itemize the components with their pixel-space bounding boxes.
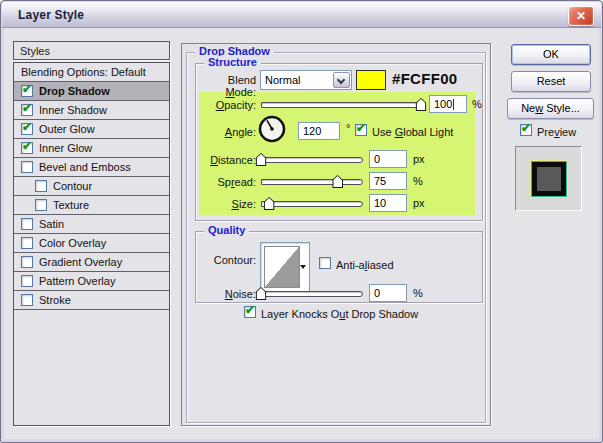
style-item-inner-shadow[interactable]: ✔Inner Shadow <box>14 101 169 120</box>
check-icon: ✔ <box>245 303 255 317</box>
opacity-label: Opacity: <box>196 99 256 111</box>
new-style-button[interactable]: New Style... <box>507 98 594 119</box>
size-slider-thumb[interactable] <box>264 197 275 210</box>
style-item-bevel-and-emboss[interactable]: Bevel and Emboss <box>14 158 169 177</box>
style-item-inner-glow[interactable]: ✔Inner Glow <box>14 139 169 158</box>
style-item-texture[interactable]: Texture <box>14 196 169 215</box>
style-item-contour[interactable]: Contour <box>14 177 169 196</box>
style-item-label: Color Overlay <box>39 237 106 249</box>
styles-header: Styles <box>13 41 170 60</box>
styles-list: Blending Options: Default✔Drop Shadow✔In… <box>13 62 170 426</box>
style-item-checkbox[interactable] <box>21 294 33 306</box>
spread-input[interactable]: 75 <box>369 172 407 190</box>
size-slider[interactable] <box>261 197 363 210</box>
anti-aliased-checkbox[interactable] <box>319 257 331 269</box>
layer-knockout-label: Layer Knocks Out Drop Shadow <box>261 308 418 320</box>
style-item-label: Blending Options: Default <box>21 66 146 78</box>
style-item-label: Texture <box>53 199 89 211</box>
opacity-unit: % <box>472 98 482 110</box>
anti-aliased-label: Anti-aliased <box>336 259 394 271</box>
spread-slider-track[interactable] <box>261 179 363 185</box>
close-icon: ✕ <box>576 9 586 23</box>
use-global-light-checkbox[interactable]: ✔ <box>355 124 367 136</box>
style-item-checkbox[interactable] <box>21 161 33 173</box>
distance-unit: px <box>413 153 425 165</box>
contour-arrow-icon[interactable] <box>300 265 306 269</box>
style-item-label: Contour <box>53 180 92 192</box>
style-item-checkbox[interactable] <box>35 180 47 192</box>
check-icon: ✔ <box>22 120 32 134</box>
style-item-checkbox[interactable] <box>35 199 47 211</box>
distance-input[interactable]: 0 <box>369 150 407 168</box>
angle-dial[interactable] <box>257 114 287 144</box>
color-swatch[interactable] <box>356 70 386 90</box>
noise-slider[interactable] <box>261 287 363 300</box>
noise-unit: % <box>413 287 423 299</box>
check-icon: ✔ <box>22 139 32 153</box>
check-icon: ✔ <box>22 82 32 96</box>
style-item-checkbox[interactable] <box>21 256 33 268</box>
style-item-label: Gradient Overlay <box>39 256 122 268</box>
quality-group: Quality Contour: Anti-aliased Noise: <box>195 231 483 303</box>
style-item-checkbox[interactable] <box>21 237 33 249</box>
spread-slider[interactable] <box>261 175 363 188</box>
contour-picker[interactable] <box>260 242 310 292</box>
main-panel: Drop Shadow Structure Blend Mode: Normal… <box>181 43 491 426</box>
style-item-label: Inner Glow <box>39 142 92 154</box>
style-item-checkbox[interactable] <box>21 218 33 230</box>
preview-style-swatch <box>532 162 566 196</box>
style-item-blending-options-default[interactable]: Blending Options: Default <box>14 63 169 82</box>
spread-slider-thumb[interactable] <box>332 175 343 188</box>
style-item-label: Outer Glow <box>39 123 95 135</box>
spread-unit: % <box>413 175 423 187</box>
style-item-checkbox[interactable]: ✔ <box>21 85 33 97</box>
noise-slider-track[interactable] <box>261 291 363 297</box>
check-icon: ✔ <box>22 101 32 115</box>
opacity-slider[interactable] <box>261 98 421 111</box>
dialog-title: Layer Style <box>18 8 84 22</box>
distance-slider-track[interactable] <box>261 157 363 163</box>
close-button[interactable]: ✕ <box>568 6 594 26</box>
style-item-pattern-overlay[interactable]: Pattern Overlay <box>14 272 169 291</box>
use-global-light-label: Use Global Light <box>372 126 453 138</box>
style-item-label: Stroke <box>39 294 71 306</box>
size-input[interactable]: 10 <box>369 194 407 212</box>
spread-label: Spread: <box>196 176 256 188</box>
style-item-label: Drop Shadow <box>39 85 110 97</box>
preview-thumbnail <box>515 146 582 211</box>
style-item-color-overlay[interactable]: Color Overlay <box>14 234 169 253</box>
structure-group: Structure Blend Mode: Normal #FCFF00 Opa… <box>195 63 483 221</box>
style-item-stroke[interactable]: Stroke <box>14 291 169 310</box>
contour-thumbnail <box>264 246 300 288</box>
noise-slider-thumb[interactable] <box>256 287 267 300</box>
angle-unit: ° <box>346 122 350 134</box>
style-item-satin[interactable]: Satin <box>14 215 169 234</box>
titlebar[interactable]: Layer Style ✕ <box>2 2 601 28</box>
style-item-outer-glow[interactable]: ✔Outer Glow <box>14 120 169 139</box>
blend-mode-value: Normal <box>265 74 300 86</box>
ok-button[interactable]: OK <box>511 44 591 65</box>
noise-input[interactable]: 0 <box>369 284 407 302</box>
blend-mode-select[interactable]: Normal <box>260 70 352 90</box>
style-item-gradient-overlay[interactable]: Gradient Overlay <box>14 253 169 272</box>
style-item-checkbox[interactable] <box>21 275 33 287</box>
check-icon: ✔ <box>356 121 366 135</box>
distance-slider[interactable] <box>261 153 363 166</box>
style-item-checkbox[interactable]: ✔ <box>21 104 33 116</box>
combo-arrow-button[interactable] <box>333 72 350 88</box>
style-item-checkbox[interactable]: ✔ <box>21 123 33 135</box>
opacity-slider-track[interactable] <box>261 102 421 108</box>
layer-knockout-checkbox[interactable]: ✔ <box>244 306 256 318</box>
preview-checkbox[interactable]: ✔ <box>520 124 532 136</box>
blend-mode-label: Blend Mode: <box>196 74 256 98</box>
style-item-label: Bevel and Emboss <box>39 161 131 173</box>
quality-legend: Quality <box>204 224 249 236</box>
style-item-checkbox[interactable]: ✔ <box>21 142 33 154</box>
angle-label: Angle: <box>196 126 256 138</box>
contour-label: Contour: <box>196 254 256 266</box>
size-slider-track[interactable] <box>261 201 363 207</box>
angle-input[interactable]: 120 <box>298 122 340 140</box>
reset-button[interactable]: Reset <box>511 71 591 92</box>
style-item-drop-shadow[interactable]: ✔Drop Shadow <box>14 82 169 101</box>
opacity-input[interactable]: 100 <box>429 95 467 113</box>
